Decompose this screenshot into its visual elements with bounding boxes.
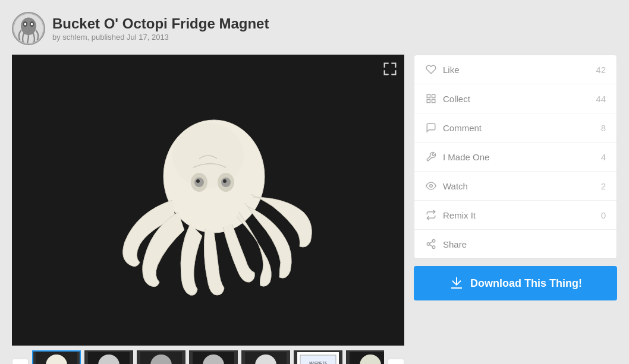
download-icon [449,276,464,291]
share-label: Share [443,239,588,249]
collect-icon [425,93,437,105]
download-button[interactable]: Download This Thing! [414,266,617,300]
thumbnail-7[interactable] [346,350,384,364]
actions-panel: Like 42 Collect 44 [414,55,617,259]
like-count: 42 [594,65,606,75]
action-collect[interactable]: Collect 44 [414,84,617,113]
svg-rect-34 [427,100,430,103]
avatar[interactable] [12,12,45,45]
action-made-one[interactable]: I Made One 4 [414,143,617,172]
svg-rect-33 [432,100,435,103]
made-one-count: 4 [594,152,606,162]
svg-rect-32 [432,94,435,97]
next-thumb-arrow[interactable]: › [388,359,404,364]
eye-icon [425,180,437,192]
wrench-icon [425,151,437,163]
main-image-bg [12,55,404,346]
thumbnails-list: MAGNETS 10 [32,350,384,364]
expand-icon[interactable] [382,61,398,77]
svg-point-13 [223,179,227,183]
svg-point-37 [427,243,430,246]
action-like[interactable]: Like 42 [414,55,617,84]
svg-line-39 [429,245,432,246]
svg-point-4 [24,23,27,26]
page-container: Bucket O' Octopi Fridge Magnet by schlem… [12,12,617,364]
action-watch[interactable]: Watch 2 [414,172,617,201]
thumbnails-section: ‹ [12,350,404,364]
image-section: ‹ [12,55,404,364]
made-one-label: I Made One [443,152,588,162]
comment-label: Comment [443,123,588,133]
svg-point-12 [196,179,200,183]
svg-point-35 [430,185,433,188]
comment-count: 8 [594,123,606,133]
svg-rect-31 [427,94,430,97]
header-text: Bucket O' Octopi Fridge Magnet by schlem… [52,15,269,42]
remix-label: Remix It [443,210,588,220]
like-label: Like [443,65,588,75]
svg-point-5 [31,23,33,26]
svg-line-40 [429,242,432,243]
remix-count: 0 [594,210,606,220]
heart-icon [425,64,437,75]
watch-label: Watch [443,181,588,191]
byline: by schlem, published Jul 17, 2013 [52,33,269,42]
thumbnail-1[interactable] [32,350,81,364]
share-icon [425,238,437,250]
watch-count: 2 [594,181,606,191]
main-image [12,55,404,346]
action-remix[interactable]: Remix It 0 [414,201,617,230]
thumbnail-3[interactable] [137,350,185,364]
download-label: Download This Thing! [470,277,582,290]
page-title: Bucket O' Octopi Fridge Magnet [52,15,269,33]
collect-count: 44 [594,94,606,104]
svg-point-1 [21,17,36,35]
sidebar: Like 42 Collect 44 [414,55,617,300]
action-comment[interactable]: Comment 8 [414,113,617,143]
thumbnail-2[interactable] [84,350,133,364]
thumbnail-6[interactable]: MAGNETS 10 [294,350,342,364]
main-content: ‹ [12,55,617,364]
svg-text:MAGNETS: MAGNETS [309,361,327,364]
header: Bucket O' Octopi Fridge Magnet by schlem… [12,12,617,45]
thumbnail-4[interactable] [189,350,238,364]
svg-point-36 [432,240,435,243]
thumbnail-5[interactable] [241,350,290,364]
comment-icon [425,122,437,134]
prev-thumb-arrow[interactable]: ‹ [12,359,29,364]
collect-label: Collect [443,94,588,104]
action-share[interactable]: Share [414,230,617,258]
svg-point-38 [432,246,435,249]
remix-icon [425,209,437,221]
